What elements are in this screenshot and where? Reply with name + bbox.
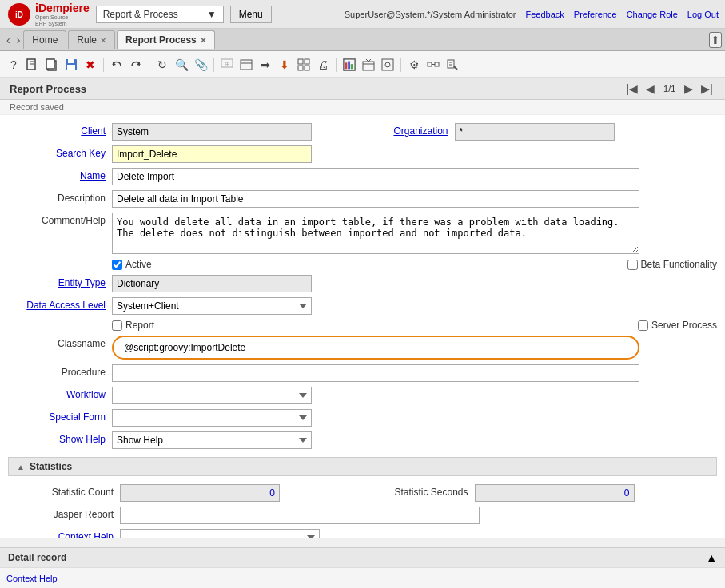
- search-key-label: Search Key: [8, 145, 112, 159]
- menu-button[interactable]: Menu: [230, 6, 272, 23]
- toolbar-copy-btn[interactable]: [43, 56, 61, 74]
- preference-link[interactable]: Preference: [574, 10, 617, 19]
- active-checkbox[interactable]: [112, 260, 122, 270]
- statistic-count-field: 0: [120, 484, 355, 502]
- classname-label: Classname: [8, 336, 112, 349]
- toolbar-help-btn[interactable]: ?: [5, 56, 22, 74]
- toolbar-new-btn[interactable]: [24, 56, 42, 74]
- tab-nav-forward[interactable]: ›: [14, 32, 24, 48]
- toolbar-detail-btn[interactable]: [237, 56, 255, 74]
- statistic-count-row: Statistic Count 0 Statistic Seconds 0: [16, 484, 709, 502]
- nav-prev-btn[interactable]: ◀: [643, 81, 657, 96]
- client-input[interactable]: [112, 123, 312, 141]
- tab-collapse-button[interactable]: ⬆: [709, 32, 722, 48]
- nav-next-btn[interactable]: ▶: [682, 81, 695, 96]
- statistic-seconds-value: 0: [475, 484, 635, 502]
- svg-rect-29: [435, 62, 439, 66]
- tab-report-process[interactable]: Report Process ✕: [117, 30, 215, 49]
- toolbar-parent-btn[interactable]: ⊞: [218, 56, 236, 74]
- toolbar-attach-btn[interactable]: 📎: [192, 56, 209, 74]
- classname-field: [112, 336, 717, 360]
- toolbar-refresh-btn[interactable]: ↻: [153, 56, 171, 74]
- change-role-link[interactable]: Change Role: [627, 10, 678, 19]
- svg-rect-9: [67, 65, 75, 70]
- report-checkbox[interactable]: [112, 320, 122, 331]
- special-form-label: Special Form: [8, 409, 112, 423]
- multi-icon: [297, 58, 310, 71]
- active-beta-row: Active Beta Functionality: [8, 259, 717, 270]
- svg-rect-26: [382, 59, 393, 70]
- toolbar-zoom-btn[interactable]: [444, 56, 461, 74]
- svg-text:⊞: ⊞: [225, 61, 230, 68]
- comment-help-textarea[interactable]: You would delete all data in an import t…: [112, 213, 639, 254]
- toolbar-workflow-btn[interactable]: [424, 56, 442, 74]
- svg-rect-31: [448, 60, 454, 68]
- name-input[interactable]: [112, 168, 639, 185]
- top-bar-right: SuperUser@System.*/System Administrator …: [345, 10, 719, 19]
- toolbar-multi-btn[interactable]: [295, 56, 313, 74]
- logo-icon: iD: [6, 2, 32, 27]
- toolbar-sep4: [336, 58, 337, 72]
- window-selector[interactable]: Report & Process ▼: [96, 6, 224, 23]
- import-icon: [381, 58, 394, 71]
- tab-report-process-close[interactable]: ✕: [200, 36, 206, 45]
- search-key-input[interactable]: [112, 145, 312, 163]
- procedure-field: [112, 364, 717, 382]
- entity-type-input[interactable]: [112, 275, 312, 292]
- nav-last-btn[interactable]: ▶|: [699, 81, 715, 96]
- beta-checkbox[interactable]: [627, 260, 638, 270]
- user-info: SuperUser@System.*/System Administrator: [345, 10, 516, 19]
- jasper-report-field: [120, 507, 709, 524]
- tab-rule-close[interactable]: ✕: [100, 36, 106, 45]
- procedure-input[interactable]: [112, 364, 639, 382]
- toolbar-print-btn[interactable]: 🖨: [314, 56, 332, 74]
- jasper-report-input[interactable]: [120, 507, 480, 524]
- statistic-seconds-field: 0: [475, 484, 710, 502]
- toolbar-report-btn[interactable]: [341, 56, 358, 74]
- svg-point-27: [385, 62, 390, 67]
- detail-icon: [240, 58, 253, 71]
- tab-rule[interactable]: Rule ✕: [68, 30, 115, 49]
- statistics-section-header[interactable]: ▲ Statistics: [8, 457, 717, 476]
- toolbar-undo-btn[interactable]: [108, 56, 125, 74]
- classname-highlight: [112, 336, 639, 360]
- data-access-select[interactable]: System+Client System only Client only Cl…: [112, 297, 312, 315]
- tab-nav-back[interactable]: ‹: [3, 32, 14, 48]
- statistics-content: Statistic Count 0 Statistic Seconds 0 Ja…: [8, 476, 717, 538]
- nav-first-btn[interactable]: |◀: [623, 81, 640, 96]
- toolbar-save-btn[interactable]: [62, 56, 80, 74]
- description-input[interactable]: [112, 190, 639, 208]
- toolbar-find-btn[interactable]: 🔍: [173, 56, 190, 74]
- toolbar-import-btn[interactable]: [379, 56, 396, 74]
- org-input[interactable]: [455, 123, 615, 141]
- context-help-select[interactable]: [120, 529, 320, 538]
- toolbar-delete-btn[interactable]: ✖: [82, 56, 99, 74]
- server-process-checkbox[interactable]: [638, 320, 648, 331]
- toolbar-redo-btn[interactable]: [127, 56, 145, 74]
- special-form-select[interactable]: [112, 409, 312, 427]
- show-help-select[interactable]: Show Help Do Not Show Help Show Help Onl…: [112, 431, 312, 449]
- toolbar-export-btn[interactable]: [360, 56, 377, 74]
- client-field: [112, 123, 375, 141]
- undo-icon: [110, 58, 123, 71]
- entity-type-label: Entity Type: [8, 275, 112, 288]
- toolbar-sep1: [103, 58, 104, 72]
- data-access-label: Data Access Level: [8, 297, 112, 311]
- zoom-icon: [446, 58, 459, 71]
- workflow-icon: [427, 58, 440, 71]
- workflow-field: [112, 387, 717, 404]
- toolbar-settings-btn[interactable]: ⚙: [405, 56, 423, 74]
- logout-link[interactable]: Log Out: [687, 10, 719, 19]
- svg-rect-18: [298, 66, 303, 70]
- toolbar-next-btn[interactable]: ➡: [257, 56, 274, 74]
- svg-rect-8: [68, 59, 74, 63]
- workflow-select[interactable]: [112, 387, 312, 404]
- classname-input[interactable]: [120, 339, 639, 356]
- tab-home[interactable]: Home: [23, 30, 66, 49]
- toolbar-archive-btn[interactable]: ⬇: [276, 56, 293, 74]
- tab-bar: ‹ › Home Rule ✕ Report Process ✕ ⬆: [0, 29, 725, 51]
- feedback-link[interactable]: Feedback: [526, 10, 564, 19]
- statistic-seconds-label: Statistic Seconds: [371, 484, 475, 498]
- svg-rect-16: [298, 59, 303, 64]
- comment-help-row: Comment/Help You would delete all data i…: [8, 213, 717, 254]
